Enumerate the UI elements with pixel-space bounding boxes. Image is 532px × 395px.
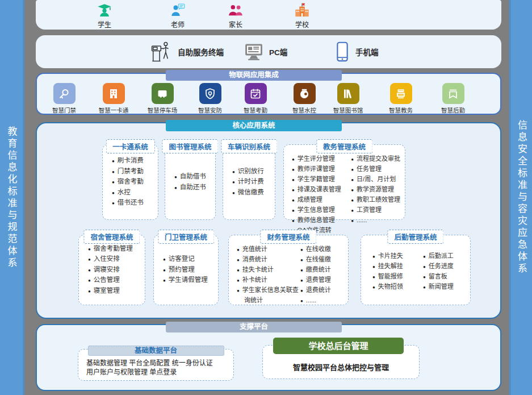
access-key-icon	[53, 83, 76, 104]
system-panel-onecard: 一卡通系统 刷卡消费 门禁考勤 宿舍考勤 水控 借书还书	[102, 144, 158, 220]
onecard-building-icon	[103, 83, 125, 104]
support-panel: 支撑平台 基础数据平台 基础数据管理 平台全局配置 统一身份认证 用户账户与权限…	[36, 324, 501, 391]
attendance-calendar-icon	[245, 83, 267, 104]
list-item: 自助还书	[174, 182, 215, 193]
list-item: 计时计费	[232, 177, 275, 188]
terminal-item-pc: PC端	[244, 35, 287, 68]
terminals-panel: 自助服务终端 PC端 手机端	[36, 35, 501, 68]
mobile-icon	[335, 41, 350, 62]
system-panel-gate: 门卫管理系统 访客登记 预约管理 学生请假管理	[153, 235, 219, 305]
school-icon	[279, 2, 325, 19]
list-item: 水控	[112, 188, 158, 198]
iot-label: 智慧停车场	[138, 106, 187, 114]
kiosk-icon	[150, 40, 172, 63]
list-item: 识别放行	[232, 167, 275, 177]
system-panel-dorm: 宿舍管理系统 宿舍考勤管理 入住安排 调寝安排 公告管理 寝室管理	[78, 235, 145, 305]
audience-label: 老师	[155, 19, 200, 29]
list-item: 流程提交及审批	[351, 154, 405, 164]
base-data-platform-panel: 基础数据平台 基础数据管理 平台全局配置 统一身份认证 用户账户与权限管理 单点…	[78, 349, 234, 381]
base-data-line: 基础数据管理 平台全局配置 统一身份认证	[86, 359, 233, 368]
system-feature-columns: 学生评分管理 教师评课管理 学生学籍管理 排课及课表管理 成绩管理 学生信息管理…	[284, 145, 405, 236]
audience-label: 学校	[279, 19, 325, 29]
base-data-line: 用户账户与权限管理 单点登录	[86, 368, 233, 377]
iot-panel: 物联网应用集成 智慧门禁 智慧一卡通 智慧停车场 智慧安防	[36, 73, 501, 115]
system-title: 教务管理系统	[316, 139, 372, 153]
terminal-label: 自助服务终端	[178, 46, 224, 57]
list-item: 预约管理	[163, 265, 218, 276]
audience-label: 家长	[213, 19, 258, 29]
iot-item-onecard: 智慧一卡通	[89, 83, 138, 114]
iot-label: 智慧一卡通	[89, 106, 138, 114]
system-title: 宿舍管理系统	[83, 230, 140, 244]
list-item: 退费管理	[300, 275, 348, 285]
audience-panel: 学生 老师 家长 学校	[36, 0, 501, 30]
admin-platform-panel: 学校总后台管理 智慧校园平台总体把控与管理	[262, 345, 420, 379]
system-feature-list: 刷卡消费 门禁考勤 宿舍考勤 水控 借书还书	[103, 145, 158, 219]
list-item: 宿舍考勤	[112, 177, 158, 188]
system-panel-vehicle: 车辆识别系统 识别放行 计时计费 微信缴费	[223, 144, 275, 220]
base-data-platform-title: 基础数据平台	[88, 346, 224, 356]
system-feature-list: 充值统计 消费统计 挂失卡统计 补卡统计 学生家长信息关联查询统计	[237, 244, 300, 306]
desktop-icon	[244, 43, 263, 60]
system-feature-list: 宿舍考勤管理 入住安排 调寝安排 公告管理 寝室管理	[79, 235, 145, 305]
list-item: 学生家长信息关联查询统计	[237, 285, 300, 305]
list-item: 学生信息管理	[292, 205, 351, 215]
list-item: 退费统计	[300, 285, 348, 296]
audience-item-school: 学校	[279, 2, 325, 29]
list-item: 挂失卡统计	[237, 265, 300, 275]
core-banner: 核心应用系统	[166, 120, 342, 131]
list-item: 成绩管理	[292, 195, 351, 205]
logistics-bookmark-icon	[442, 83, 464, 104]
list-item: 教师信息管理	[292, 215, 351, 226]
list-item: 补卡统计	[237, 275, 300, 285]
system-feature-list: 识别放行 计时计费 微信缴费	[223, 145, 275, 219]
iot-item-logistics: 智慧后勤	[429, 83, 477, 114]
list-item: 教学资源管理	[351, 185, 405, 195]
system-panel-logistics: 后勤管理系统 卡片挂失 挂失解挂 智能报修 失物招领 后勤派工 任务进度 留言板…	[361, 235, 471, 305]
list-item: 寝室管理	[88, 286, 145, 297]
core-panel: 核心应用系统 一卡通系统 刷卡消费 门禁考勤 宿舍考勤 水控 借书还书 图书管理…	[36, 122, 501, 319]
system-title: 门卫管理系统	[158, 230, 214, 244]
student-icon	[82, 2, 127, 19]
list-item: 教师评课管理	[292, 164, 351, 174]
terminal-item-mobile: 手机端	[335, 35, 379, 68]
audience-item-student: 学生	[82, 2, 127, 29]
iot-label: 智慧考勤	[231, 106, 280, 114]
system-feature-list: 学生评分管理 教师评课管理 学生学籍管理 排课及课表管理 成绩管理 学生信息管理…	[292, 154, 351, 236]
list-item: 日/周、月计划	[351, 174, 405, 185]
list-item: 排课及课表管理	[292, 185, 351, 195]
list-item: 消费统计	[237, 255, 300, 265]
system-panel-library: 图书管理系统 自助借书 自助还书	[165, 144, 216, 220]
system-title: 后勤管理系统	[387, 230, 443, 244]
parents-icon	[213, 2, 258, 19]
right-standards-label: 信息安全标准与容灾应急体系	[514, 120, 529, 275]
system-panel-academic: 教务管理系统 学生评分管理 教师评课管理 学生学籍管理 排课及课表管理 成绩管理…	[283, 144, 405, 220]
iot-item-security: 智慧安防	[186, 83, 234, 114]
parking-icon	[152, 83, 174, 104]
list-item: 任务进度	[423, 261, 470, 272]
system-feature-list: 后勤派工 任务进度 留言板 新闻管理	[423, 251, 470, 292]
iot-label: 智慧图书馆	[324, 106, 372, 114]
iot-banner: 物联网应用集成	[166, 70, 342, 81]
list-item: 微信缴费	[232, 188, 275, 198]
list-item: 教职工绩效管理	[351, 195, 405, 205]
iot-item-water: 智慧水控	[280, 83, 329, 114]
iot-label: 智慧门禁	[40, 106, 89, 114]
list-item: 访客登记	[163, 254, 218, 265]
iot-label: 智慧后勤	[429, 106, 477, 114]
list-item: 缴费统计	[300, 265, 348, 275]
left-standards-bar: 教育信息化标准与规范体系	[0, 0, 24, 395]
audience-item-teacher: 老师	[155, 2, 200, 29]
support-banner: 支撑平台	[166, 322, 342, 332]
left-standards-label: 教育信息化标准与规范体系	[5, 126, 19, 269]
system-feature-list: 卡片挂失 挂失解挂 智能报修 失物招领	[372, 251, 423, 292]
iot-item-library: 智慧图书馆	[324, 83, 372, 114]
list-item: 宿舍考勤管理	[88, 244, 145, 255]
list-item: 公告管理	[88, 275, 145, 286]
iot-label: 智慧教务	[376, 106, 425, 114]
list-item: 自助借书	[174, 172, 215, 182]
system-panel-finance: 财务管理系统 充值统计 消费统计 挂失卡统计 补卡统计 学生家长信息关联查询统计…	[228, 235, 349, 305]
list-item: 借书还书	[112, 198, 158, 209]
system-title: 财务管理系统	[260, 230, 316, 244]
system-title: 一卡通系统	[106, 139, 155, 153]
